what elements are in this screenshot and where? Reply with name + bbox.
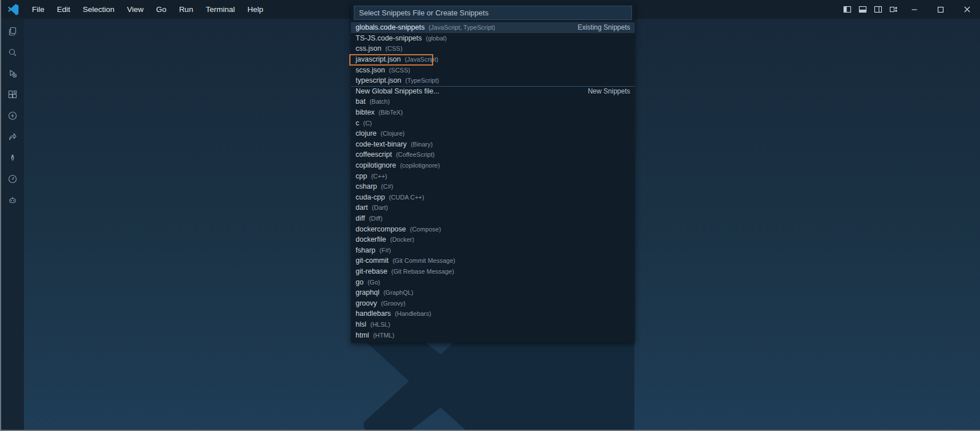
vscode-window: { "title_bar": { "menus": ["File", "Edit… (0, 0, 980, 431)
quickpick-item[interactable]: git-rebase(Git Rebase Message) (351, 266, 635, 277)
quickpick-item[interactable]: clojure(Clojure) (351, 128, 635, 139)
quickpick-item[interactable]: cpp(C++) (351, 170, 635, 181)
activity-item-robot[interactable] (1, 189, 24, 210)
quickpick-item[interactable]: code-text-binary(Binary) (351, 139, 635, 150)
quickpick-item-label: go (356, 278, 364, 286)
extensions-icon (8, 90, 17, 99)
quickpick-item[interactable]: typescript.json(TypeScript) (351, 75, 635, 86)
quickpick-item[interactable]: cuda-cpp(CUDA C++) (351, 192, 635, 203)
clock-circle-icon (8, 174, 17, 184)
quickpick-item[interactable]: dockerfile(Docker) (351, 234, 635, 245)
activity-item-clock-circle[interactable] (1, 168, 24, 189)
menu-selection[interactable]: Selection (76, 0, 121, 19)
activity-item-explorer[interactable] (1, 21, 24, 42)
menu-edit[interactable]: Edit (51, 0, 76, 19)
quickpick-item[interactable]: copilotignore(copilotignore) (351, 160, 635, 171)
menu-terminal[interactable]: Terminal (199, 0, 241, 19)
thunder-client-icon (8, 111, 17, 120)
menu-bar: FileEditSelectionViewGoRunTerminalHelp (26, 0, 269, 19)
quickpick-item-description: (JavaScript) (405, 56, 438, 63)
quickpick-item-description: (Dart) (372, 204, 388, 211)
quickpick-item-label: html (356, 331, 369, 339)
quickpick-item-description: (CoffeeScript) (396, 151, 435, 158)
quickpick-item[interactable]: New Global Snippets file...New Snippets (351, 86, 635, 97)
layout-sidebar-right-icon (874, 5, 882, 14)
quickpick-item[interactable]: handlebars(Handlebars) (351, 308, 635, 319)
activity-item-run-debug[interactable] (1, 63, 24, 84)
run-debug-icon (8, 69, 17, 78)
robot-icon (8, 196, 17, 205)
close-button[interactable] (954, 0, 980, 19)
layout-panel-button[interactable] (855, 0, 870, 19)
layout-sidebar-right-button[interactable] (870, 0, 886, 19)
quickpick-item[interactable]: graphql(GraphQL) (351, 287, 635, 298)
quickpick-item-description: (Groovy) (381, 300, 406, 307)
quickpick-item[interactable]: c(C) (351, 117, 635, 128)
quickpick-item[interactable]: fsharp(F#) (351, 245, 635, 255)
quickpick-item[interactable]: scss.json(SCSS) (351, 64, 635, 75)
quickpick-item-description: (Go) (368, 279, 380, 286)
activity-item-extensions[interactable] (1, 84, 24, 105)
quickpick-item-description: (BibTeX) (378, 109, 402, 116)
quickpick-item-description: (global) (426, 35, 447, 42)
menu-file[interactable]: File (26, 0, 51, 19)
quickpick-item[interactable]: bibtex(BibTeX) (351, 107, 635, 118)
quickpick-item-label: git-commit (356, 257, 389, 265)
quickpick-item[interactable]: globals.code-snippets(JavaScript, TypeSc… (351, 22, 635, 33)
quickpick-item-label: globals.code-snippets (356, 23, 425, 31)
quickpick-item-description: (Diff) (369, 215, 382, 222)
menu-view[interactable]: View (121, 0, 150, 19)
activity-item-live-share[interactable] (1, 126, 24, 147)
quickpick-item[interactable]: git-commit(Git Commit Message) (351, 255, 635, 266)
quickpick-item[interactable]: dockercompose(Compose) (351, 223, 635, 234)
menu-run[interactable]: Run (173, 0, 200, 19)
quickpick-item-description: (GraphQL) (384, 289, 414, 296)
quickpick-item[interactable]: diff(Diff) (351, 213, 635, 224)
quickpick-item-label: graphql (356, 288, 380, 296)
quickpick-item-label: git-rebase (356, 267, 388, 275)
activity-item-thunder-client[interactable] (1, 105, 24, 126)
quickpick-item[interactable]: bat(Batch) (351, 96, 635, 107)
menu-go[interactable]: Go (150, 0, 173, 19)
quick-pick-list: globals.code-snippets(JavaScript, TypeSc… (351, 22, 635, 343)
quickpick-item-label: bibtex (356, 108, 374, 116)
quickpick-item-description: (JavaScript, TypeScript) (429, 24, 495, 31)
quickpick-item-description: (copilotignore) (400, 162, 440, 169)
quickpick-item-description: (CUDA C++) (389, 194, 424, 201)
quickpick-item[interactable]: TS-JS.code-snippets(global) (351, 33, 635, 44)
activity-item-search[interactable] (1, 42, 24, 63)
quickpick-item-label: handlebars (356, 310, 391, 318)
quickpick-item-description: (Ignore) (380, 342, 402, 343)
quickpick-item[interactable]: hlsl(HLSL) (351, 319, 635, 330)
activity-item-mongodb-leaf[interactable] (1, 147, 24, 168)
quickpick-item[interactable]: javascript.json(JavaScript) (351, 54, 635, 65)
quick-pick-input-wrap (351, 3, 635, 22)
layout-sidebar-left-button[interactable] (840, 0, 855, 19)
quickpick-item-label: scss.json (356, 66, 385, 74)
quickpick-item[interactable]: css.json(CSS) (351, 43, 635, 54)
quickpick-item[interactable]: go(Go) (351, 277, 635, 287)
quickpick-item-description: (Compose) (410, 226, 441, 233)
quick-pick-input[interactable] (354, 6, 632, 20)
quickpick-item[interactable]: csharp(C#) (351, 181, 635, 192)
layout-customize-button[interactable] (886, 0, 901, 19)
quickpick-item[interactable]: dart(Dart) (351, 202, 635, 213)
quickpick-item-description: (Binary) (411, 141, 433, 148)
search-icon (8, 48, 17, 57)
minimize-icon (911, 6, 918, 13)
quickpick-item-description: (Git Commit Message) (393, 257, 455, 264)
menu-help[interactable]: Help (241, 0, 269, 19)
quickpick-item[interactable]: groovy(Groovy) (351, 298, 635, 308)
quickpick-item[interactable]: html(HTML) (351, 330, 635, 340)
quickpick-item[interactable]: ignore(Ignore) (351, 340, 635, 343)
quickpick-item-description: (HTML) (373, 332, 394, 339)
quickpick-item-label: cpp (356, 172, 367, 180)
minimize-button[interactable] (901, 0, 927, 19)
maximize-button[interactable] (927, 0, 954, 19)
quickpick-item-label: javascript.json (356, 55, 401, 63)
quickpick-item-label: coffeescript (356, 151, 392, 158)
window-controls (840, 0, 980, 19)
quickpick-item-label: dockerfile (356, 235, 386, 243)
quickpick-item-description: (F#) (380, 247, 391, 254)
quickpick-item[interactable]: coffeescript(CoffeeScript) (351, 149, 635, 160)
